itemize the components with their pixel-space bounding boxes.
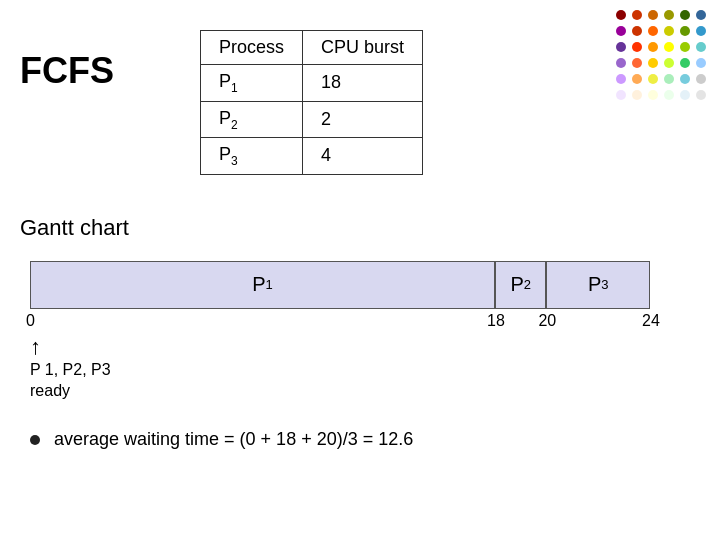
- process-table: Process CPU burst P1 18 P2 2 P3 4: [200, 30, 423, 175]
- bullet-section: average waiting time = (0 + 18 + 20)/3 =…: [30, 429, 700, 450]
- decorative-dot: [616, 58, 626, 68]
- decorative-dot: [680, 74, 690, 84]
- decorative-dot: [648, 90, 658, 100]
- decorative-dots: [616, 10, 710, 104]
- decorative-dot: [648, 74, 658, 84]
- gantt-block: P2: [495, 261, 546, 309]
- bullet-text: average waiting time = (0 + 18 + 20)/3 =…: [54, 429, 413, 450]
- process-cell: P1: [201, 65, 303, 102]
- gantt-block: P1: [30, 261, 495, 309]
- gantt-chart: P1P2P3 0182024: [30, 261, 700, 336]
- decorative-dot: [664, 10, 674, 20]
- burst-cell: 4: [303, 138, 423, 175]
- decorative-dot: [664, 90, 674, 100]
- gantt-block: P3: [546, 261, 650, 309]
- decorative-dot: [632, 10, 642, 20]
- decorative-dot: [632, 74, 642, 84]
- decorative-dot: [664, 42, 674, 52]
- process-cell: P2: [201, 101, 303, 138]
- table-row: P3 4: [201, 138, 423, 175]
- table-row: P2 2: [201, 101, 423, 138]
- decorative-dot: [648, 42, 658, 52]
- decorative-dot: [648, 58, 658, 68]
- decorative-dot: [648, 10, 658, 20]
- table-row: P1 18: [201, 65, 423, 102]
- decorative-dot: [616, 26, 626, 36]
- decorative-dot: [632, 26, 642, 36]
- decorative-dot: [680, 58, 690, 68]
- decorative-dot: [632, 90, 642, 100]
- decorative-dot: [648, 26, 658, 36]
- bullet-icon: [30, 435, 40, 445]
- decorative-dot: [696, 42, 706, 52]
- decorative-dot: [664, 26, 674, 36]
- decorative-dot: [696, 10, 706, 20]
- table-col2-header: CPU burst: [303, 31, 423, 65]
- decorative-dot: [680, 26, 690, 36]
- decorative-dot: [616, 90, 626, 100]
- arrow-text: P 1, P2, P3ready: [30, 360, 111, 402]
- table-col1-header: Process: [201, 31, 303, 65]
- decorative-dot: [616, 42, 626, 52]
- decorative-dot: [632, 42, 642, 52]
- decorative-dot: [696, 26, 706, 36]
- gantt-tick-label: 24: [642, 312, 660, 330]
- decorative-dot: [696, 74, 706, 84]
- gantt-numbers-row: 0182024: [30, 312, 650, 336]
- burst-cell: 18: [303, 65, 423, 102]
- decorative-dot: [680, 10, 690, 20]
- process-cell: P3: [201, 138, 303, 175]
- decorative-dot: [632, 58, 642, 68]
- decorative-dot: [664, 74, 674, 84]
- gantt-bar-row: P1P2P3: [30, 261, 650, 309]
- decorative-dot: [616, 74, 626, 84]
- decorative-dot: [664, 58, 674, 68]
- decorative-dot: [696, 58, 706, 68]
- gantt-title: Gantt chart: [20, 215, 700, 241]
- decorative-dot: [680, 42, 690, 52]
- gantt-tick-label: 20: [538, 312, 556, 330]
- gantt-annotation: ↑ P 1, P2, P3ready: [30, 338, 700, 402]
- decorative-dot: [696, 90, 706, 100]
- decorative-dot: [680, 90, 690, 100]
- arrow-symbol: ↑: [30, 336, 41, 358]
- gantt-tick-label: 0: [26, 312, 35, 330]
- gantt-tick-label: 18: [487, 312, 505, 330]
- burst-cell: 2: [303, 101, 423, 138]
- decorative-dot: [616, 10, 626, 20]
- page-title: FCFS: [20, 50, 140, 92]
